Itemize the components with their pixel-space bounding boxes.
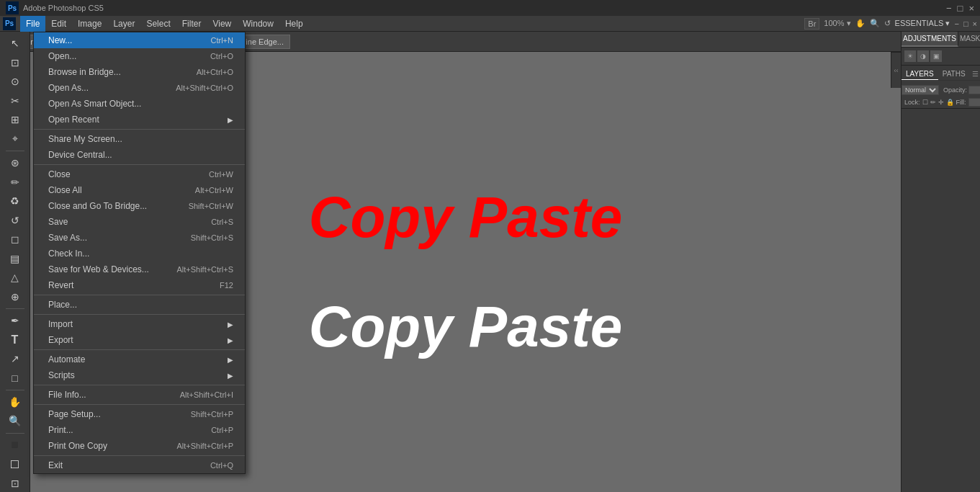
minimize-button[interactable]: − [946, 3, 952, 14]
adj-icon-2[interactable]: ◑ [917, 50, 929, 62]
maximize-button[interactable]: □ [958, 3, 963, 14]
zoom-tool[interactable]: 🔍 [4, 412, 26, 430]
menu-item-automate-label: Automate [48, 354, 85, 364]
menu-item-save[interactable]: Save Ctrl+S [34, 214, 245, 230]
crop-tool[interactable]: ⊞ [4, 111, 26, 129]
path-selection-tool[interactable]: ↗ [4, 350, 26, 368]
menu-item-exit-shortcut: Ctrl+Q [210, 461, 233, 470]
right-panel: ADJUSTMENTS MASKS ☰ ☀ ◑ ▣ LAYERS PATHS ☰… [901, 32, 980, 492]
menu-item-check-in-label: Check In... [48, 249, 89, 259]
menu-item-close-bridge[interactable]: Close and Go To Bridge... Shift+Ctrl+W [34, 198, 245, 214]
menu-item-check-in[interactable]: Check In... [34, 246, 245, 261]
lock-all-icon[interactable]: 🔒 [946, 99, 954, 106]
close-button[interactable]: × [968, 3, 974, 14]
eraser-tool[interactable]: ◻ [4, 231, 26, 249]
menu-item-browse-bridge[interactable]: Browse in Bridge... Alt+Ctrl+O [34, 64, 245, 80]
text-tool[interactable]: T [4, 331, 26, 349]
fill-label: Fill: [956, 99, 966, 106]
menu-image[interactable]: Image [72, 16, 107, 32]
menu-item-open-as[interactable]: Open As... Alt+Shift+Ctrl+O [34, 80, 245, 96]
menu-item-revert[interactable]: Revert F12 [34, 277, 245, 293]
lock-brush-icon[interactable]: ✏ [930, 99, 936, 106]
separator-4 [34, 314, 245, 315]
menu-filter[interactable]: Filter [176, 16, 207, 32]
menu-item-open-smart[interactable]: Open As Smart Object... [34, 96, 245, 112]
layers-menu-icon[interactable]: ☰ [971, 68, 980, 80]
menu-item-place-label: Place... [48, 300, 77, 310]
fill-input[interactable] [968, 98, 980, 107]
menu-item-exit[interactable]: Exit Ctrl+Q [34, 457, 245, 473]
menu-item-print[interactable]: Print... Ctrl+P [34, 422, 245, 438]
background-color[interactable]: □ [4, 455, 26, 473]
marquee-tool[interactable]: ⊡ [4, 54, 26, 72]
menu-select[interactable]: Select [140, 16, 176, 32]
shape-tool[interactable]: □ [4, 369, 26, 387]
opacity-input[interactable] [968, 86, 980, 94]
gradient-tool[interactable]: ▤ [4, 249, 26, 267]
menu-item-open[interactable]: Open... Ctrl+O [34, 48, 245, 64]
menu-item-share-screen[interactable]: Share My Screen... [34, 131, 245, 147]
min-button[interactable]: − [954, 19, 958, 28]
foreground-color[interactable]: ■ [4, 437, 26, 455]
tab-paths[interactable]: PATHS [938, 68, 970, 80]
menu-item-scripts[interactable]: Scripts ▶ [34, 367, 245, 383]
toolbar-separator-3 [6, 390, 24, 390]
menu-item-device-central-label: Device Central... [48, 150, 112, 160]
quick-select-tool[interactable]: ✂ [4, 92, 26, 110]
lasso-tool[interactable]: ⊙ [4, 73, 26, 91]
title-bar: Ps Adobe Photoshop CS5 − □ × [0, 0, 980, 16]
menu-item-export[interactable]: Export ▶ [34, 332, 245, 348]
opacity-label: Opacity: [943, 86, 967, 94]
menu-item-close-all[interactable]: Close All Alt+Ctrl+W [34, 182, 245, 198]
menu-item-export-label: Export [48, 335, 73, 345]
x-button[interactable]: × [973, 19, 977, 28]
lock-transparency-icon[interactable]: ☐ [922, 99, 928, 106]
menu-window[interactable]: Window [237, 16, 279, 32]
bridge-button[interactable]: Br [804, 18, 819, 30]
menu-item-close-shortcut: Ctrl+W [209, 170, 233, 179]
menu-item-page-setup[interactable]: Page Setup... Shift+Ctrl+P [34, 406, 245, 422]
menu-item-print-shortcut: Ctrl+P [211, 426, 233, 434]
menu-item-import[interactable]: Import ▶ [34, 316, 245, 332]
menu-item-close[interactable]: Close Ctrl+W [34, 166, 245, 182]
menu-item-device-central[interactable]: Device Central... [34, 147, 245, 163]
hand-tool[interactable]: ✋ [4, 393, 26, 411]
menu-help[interactable]: Help [279, 16, 309, 32]
menu-item-place[interactable]: Place... [34, 297, 245, 313]
menu-file[interactable]: File [20, 16, 45, 32]
menu-item-save-web[interactable]: Save for Web & Devices... Alt+Shift+Ctrl… [34, 261, 245, 277]
tab-layers[interactable]: LAYERS [902, 68, 938, 80]
selection-tool[interactable]: ↖ [4, 35, 26, 53]
title-bar-controls: − □ × [946, 3, 974, 14]
menu-item-print-one-copy[interactable]: Print One Copy Alt+Shift+Ctrl+P [34, 438, 245, 454]
menu-item-new[interactable]: New... Ctrl+N [34, 32, 245, 48]
dodge-tool[interactable]: ⊕ [4, 287, 26, 305]
brush-tool[interactable]: ✏ [4, 173, 26, 191]
panel-collapse-button[interactable]: ‹‹ [891, 52, 901, 88]
menu-item-open-recent[interactable]: Open Recent ▶ [34, 112, 245, 128]
adj-icon-3[interactable]: ▣ [930, 50, 942, 62]
menu-view[interactable]: View [207, 16, 237, 32]
max-button[interactable]: □ [963, 19, 968, 28]
clone-stamp-tool[interactable]: ♻ [4, 192, 26, 210]
blur-tool[interactable]: △ [4, 269, 26, 287]
lock-position-icon[interactable]: ✛ [938, 99, 944, 106]
menu-item-save-as[interactable]: Save As... Shift+Ctrl+S [34, 230, 245, 246]
tab-masks[interactable]: MASKS [958, 32, 980, 47]
menu-item-automate[interactable]: Automate ▶ [34, 352, 245, 367]
essentials-label[interactable]: ESSENTIALS ▾ [895, 19, 950, 28]
eyedropper-tool[interactable]: ⌖ [4, 130, 26, 148]
menu-edit[interactable]: Edit [45, 16, 72, 32]
quick-mask-toggle[interactable]: ⊡ [4, 475, 26, 493]
pen-tool[interactable]: ✒ [4, 312, 26, 330]
menu-item-file-info[interactable]: File Info... Alt+Shift+Ctrl+I [34, 387, 245, 403]
adjustments-icons: ☀ ◑ ▣ [902, 48, 980, 66]
menu-layer[interactable]: Layer [107, 16, 140, 32]
menu-item-close-bridge-shortcut: Shift+Ctrl+W [189, 202, 233, 210]
menu-item-open-shortcut: Ctrl+O [210, 52, 233, 61]
blend-mode-select[interactable]: Normal [902, 85, 939, 95]
history-brush-tool[interactable]: ↺ [4, 211, 26, 229]
adj-icon-1[interactable]: ☀ [904, 50, 916, 62]
healing-brush-tool[interactable]: ⊛ [4, 154, 26, 172]
tab-adjustments[interactable]: ADJUSTMENTS [902, 32, 958, 47]
